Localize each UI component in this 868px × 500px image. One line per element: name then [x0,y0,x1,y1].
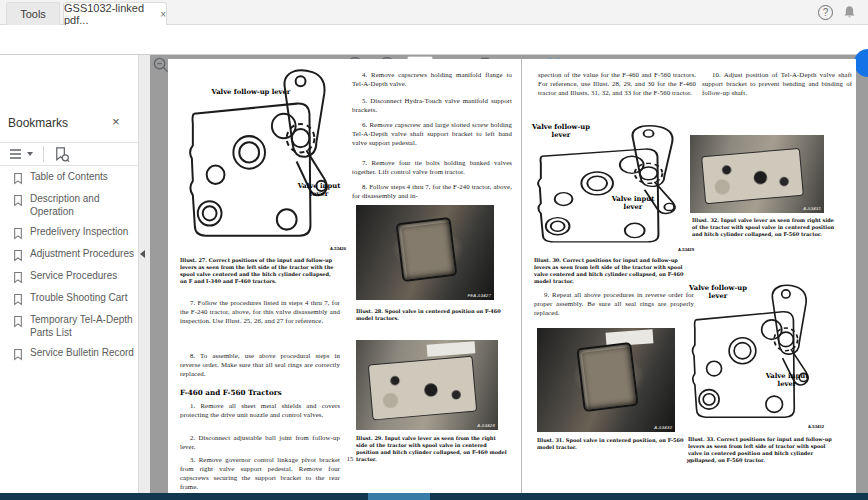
bookmark-label: Temporary Tel-A-Depth Parts List [30,314,134,339]
caption-illust-29: Illust. 29. Input valve lever as seen fr… [356,435,508,463]
caption-illust-28: Illust. 28. Spool valve in centered posi… [356,308,506,322]
sidebar-item-predelivery-inspection[interactable]: Predelivery Inspection [0,222,138,244]
tools-fab-button[interactable] [854,49,868,77]
caption-illust-27: Illust. 27. Correct positions of the inp… [180,257,338,285]
bookmarks-panel-title: Bookmarks [8,116,68,130]
bookmark-icon [13,172,23,185]
photo-ref-number: A-53431 [803,206,821,211]
photo-ref-number: A-53430 [654,425,672,430]
document-page-16: spection of the value for the F-460 and … [521,59,856,493]
notifications-bell-icon[interactable] [842,4,857,20]
tab-bar: Tools GSS1032-linked pdf... × ? [0,0,868,25]
bookmark-label: Trouble Shooting Cart [30,292,127,305]
paragraph-step-8b: 8. Follow steps 4 thru 7, for the F-240 … [352,183,512,201]
figure-ref-number: A-53429 [678,247,694,252]
photo-illust-28: FEA-53427 [356,205,494,300]
paragraph-step-8: 8. To assemble, use above procedural ste… [180,352,340,379]
photo-illust-32: A-53431 [690,135,824,213]
bookmark-icon [13,293,23,306]
paragraph-step-7: 7. Follow the procedures listed in steps… [180,299,340,326]
bookmark-label: Adjustment Procedures [30,248,134,261]
sidebar-item-service-bulletin-record[interactable]: Service Bulletin Record [0,343,138,365]
sidebar-scrollbar[interactable] [138,55,150,493]
bookmarks-toolbar [0,142,138,166]
valve-plate-shape [368,355,478,420]
paragraph-step-10: 10. Adjust position of Tel-A-Depth valve… [702,71,852,98]
paragraph-continuation: spection of the value for the F-460 and … [538,71,696,98]
tab-document[interactable]: GSS1032-linked pdf... × [63,2,167,25]
caption-illust-32: Illust. 32. Input valve lever as seen fr… [692,217,840,238]
photo-ref-number: A-53428 [477,423,495,428]
bookmark-icon [13,249,23,262]
bookmarks-list: Table of Contents Description and Operat… [0,167,138,365]
bookmark-label: Description and Operation [30,193,134,218]
tab-tools[interactable]: Tools [6,2,60,25]
main-toolbar: / 32 [0,25,868,55]
figure-label-input: Valve input lever [758,373,816,389]
sidebar-item-table-of-contents[interactable]: Table of Contents [0,167,138,189]
paragraph-step-3: 3. Remove governor control linkage pivot… [180,456,340,492]
divider [43,146,44,162]
caption-illust-30: Illust. 30. Correct positions for input … [534,257,692,285]
figure-illust-33: Valve follow-up lever Valve input lever … [684,281,826,431]
bookmark-label: Service Bulletin Record [30,347,134,360]
sidebar-item-temporary-tel-a-depth-parts-list[interactable]: Temporary Tel-A-Depth Parts List [0,310,138,343]
help-icon[interactable]: ? [818,5,833,20]
tab-close-icon[interactable]: × [160,9,166,20]
figure-illust-30: Valve follow-up lever Valve input lever … [528,122,696,254]
paragraph-step-9: 9. Repeat all above procedures in revers… [534,291,694,318]
caption-illust-33: Illust. 33. Correct positions for input … [688,436,838,464]
bottom-bar-progress-segment [368,493,430,500]
figure-label-followup: Valve follow-up lever [530,124,592,140]
pdf-viewer-window: Tools GSS1032-linked pdf... × ? [0,0,868,500]
sidebar-item-service-procedures[interactable]: Service Procedures [0,266,138,288]
paragraph-step-6: 6. Remove capscrew and large slotted scr… [352,121,512,148]
sidebar-item-description-and-operation[interactable]: Description and Operation [0,189,138,222]
bookmarks-panel: Bookmarks × Table of Contents Descriptio… [0,55,150,493]
bookmark-icon [13,194,23,207]
bookmarks-options-icon[interactable] [8,147,34,161]
bookmarks-close-icon[interactable]: × [112,114,120,129]
bookmark-icon [13,348,23,361]
photo-illust-29: A-53428 [356,340,498,430]
panel-collapse-icon[interactable] [140,250,145,258]
figure-ref-number: A-53426 [330,246,346,251]
bookmark-label: Predelivery Inspection [30,226,128,239]
tab-document-label: GSS1032-linked pdf... [64,2,155,26]
figure-label-followup: Valve follow-up lever [196,89,306,97]
bookmark-icon [13,315,23,328]
section-heading: F-460 and F-560 Tractors [180,388,340,397]
valve-body-shape [576,342,639,413]
paragraph-step-5: 5. Disconnect Hydra-Touch valve manifold… [352,97,512,115]
paragraph-step-1: 1. Remove all sheet metal shields and co… [180,402,340,420]
photo-paper-tag [427,341,476,356]
document-page-15: Valve follow-up lever Valve input lever … [168,59,521,493]
tab-tools-label: Tools [20,8,46,20]
bookmark-label: Table of Contents [30,171,108,184]
photo-ref-number: FEA-53427 [467,293,491,298]
figure-label-input: Valve input lever [292,183,346,199]
sidebar-item-trouble-shooting-cart[interactable]: Trouble Shooting Cart [0,288,138,310]
bottom-status-bar [0,493,868,500]
valve-body-shape [395,217,457,282]
expand-current-bookmark-icon[interactable] [53,146,70,163]
paragraph-step-2: 2. Disconnect adjustable ball joint from… [180,434,340,452]
figure-label-input: Valve input lever [604,196,662,212]
paragraph-step-4: 4. Remove capscrews holding manifold fla… [352,71,512,89]
valve-plate-shape [701,148,804,205]
bookmark-icon [13,271,23,284]
photo-illust-31: A-53430 [537,328,675,432]
figure-illust-27: Valve follow-up lever Valve input lever … [180,65,348,253]
bookmark-icon [13,227,23,240]
sidebar-item-adjustment-procedures[interactable]: Adjustment Procedures [0,244,138,266]
figure-ref-number: A-53432 [808,424,824,429]
caption-illust-31: Illust. 31. Spool valve in centered posi… [537,437,687,451]
paragraph-step-7b: 7. Remove four tie bolts holding banked … [352,159,512,177]
bookmark-label: Service Procedures [30,270,117,283]
figure-label-followup: Valve follow-up lever [686,285,750,301]
